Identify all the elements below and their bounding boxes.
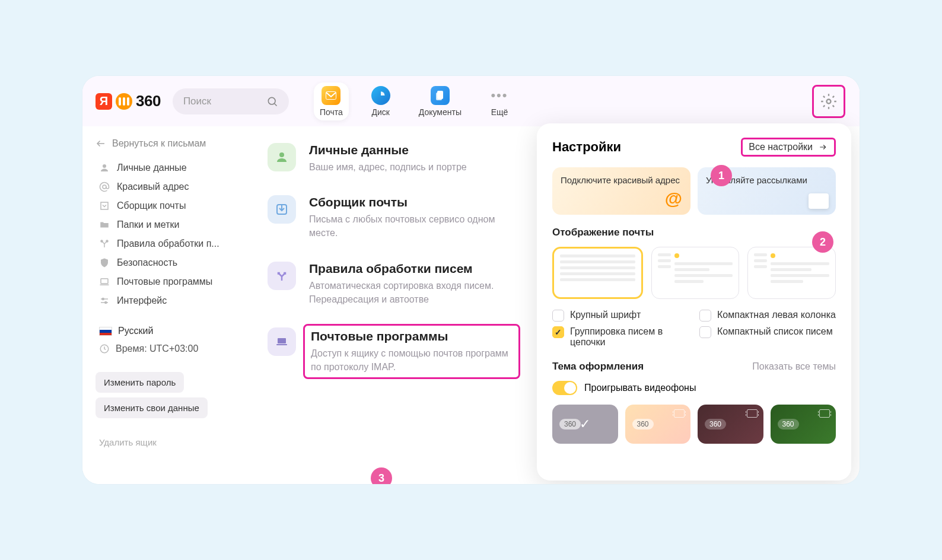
- mail-clients-highlight: Почтовые программы Доступ к ящику с помо…: [303, 324, 520, 379]
- card-desc: Доступ к ящику с помощью почтов программ…: [311, 346, 513, 374]
- person-icon: [99, 163, 110, 173]
- sidebar-item-rules[interactable]: Правила обработки п...: [96, 234, 241, 253]
- change-data-button[interactable]: Изменить свои данные: [96, 397, 208, 418]
- service-mail[interactable]: Почта: [314, 82, 349, 120]
- search-input[interactable]: Поиск: [173, 88, 289, 114]
- service-label: Документы: [419, 107, 462, 117]
- back-label: Вернуться к письмам: [112, 138, 206, 149]
- timezone-label: Время: UTC+03:00: [116, 343, 198, 354]
- sidebar-label: Безопасность: [117, 257, 177, 268]
- layout-option-1[interactable]: [552, 247, 643, 299]
- layout-option-3[interactable]: [747, 247, 836, 299]
- svg-point-8: [103, 185, 106, 189]
- all-settings-link[interactable]: Все настройки: [741, 138, 836, 157]
- svg-point-0: [268, 97, 275, 104]
- check-label: Группировка писем в цепочки: [570, 326, 689, 348]
- settings-popover: Настройки Все настройки Подключите краси…: [537, 123, 851, 481]
- person-icon: [268, 143, 296, 171]
- card-desc: Автоматическая сортировка входя писем. П…: [309, 279, 511, 306]
- language-selector[interactable]: Русский: [96, 322, 241, 340]
- card-title: Почтовые программы: [311, 329, 513, 343]
- check-large-font[interactable]: Крупный шрифт: [552, 310, 689, 322]
- search-placeholder: Поиск: [183, 96, 211, 107]
- mail-icon: [322, 86, 340, 105]
- svg-line-1: [275, 103, 277, 106]
- service-disk[interactable]: Диск: [365, 82, 396, 120]
- show-all-themes-link[interactable]: Показать все темы: [752, 361, 836, 372]
- svg-point-18: [279, 152, 284, 157]
- logo-o-icon: [116, 93, 132, 110]
- service-more[interactable]: ••• Ещё: [484, 82, 515, 120]
- checkbox-icon: [699, 326, 711, 338]
- sidebar-item-interface[interactable]: Интерфейс: [96, 291, 241, 310]
- card-title: Правила обработки писем: [309, 262, 511, 276]
- laptop-icon: [99, 276, 110, 287]
- logo[interactable]: Я 360: [96, 92, 161, 110]
- service-switcher: Почта Диск Документы ••• Ещё: [314, 82, 515, 120]
- theme-option-1[interactable]: 360 ✓: [552, 405, 618, 444]
- video-backgrounds-toggle[interactable]: Проигрывать видеофоны: [552, 381, 836, 395]
- theme-tag: 360: [559, 419, 581, 429]
- svg-point-9: [101, 240, 103, 242]
- at-icon: [99, 182, 110, 192]
- toggle-label: Проигрывать видеофоны: [584, 383, 696, 393]
- clock-icon: [99, 343, 110, 354]
- settings-sidebar: Вернуться к письмам Личные данные Красив…: [82, 126, 244, 484]
- header-bar: Я 360 Поиск Почта Диск: [82, 76, 860, 126]
- back-to-mail[interactable]: Вернуться к письмам: [96, 138, 241, 149]
- arrow-left-icon: [96, 138, 106, 149]
- svg-rect-22: [276, 344, 287, 345]
- annotation-badge-2: 2: [812, 231, 833, 253]
- check-group-threads[interactable]: ✓ Группировка писем в цепочки: [552, 326, 689, 348]
- theme-tag: 360: [705, 419, 726, 429]
- delete-mailbox-link[interactable]: Удалить ящик: [96, 437, 241, 447]
- service-label: Ещё: [491, 107, 508, 117]
- film-icon: [819, 409, 830, 418]
- inbox-icon: [99, 201, 110, 211]
- film-icon: [674, 409, 685, 418]
- sidebar-label: Правила обработки п...: [117, 238, 219, 249]
- sidebar-label: Личные данные: [117, 163, 187, 173]
- at-decoration-icon: @: [665, 187, 682, 210]
- service-documents[interactable]: Документы: [413, 82, 467, 120]
- section-display-title: Отображение почты: [552, 227, 836, 238]
- toggle-on-icon: [552, 381, 577, 395]
- card-title: Личные данные: [309, 143, 467, 157]
- layout-option-2[interactable]: [651, 247, 740, 299]
- theme-option-2[interactable]: 360: [625, 405, 691, 444]
- shield-icon: [99, 257, 110, 268]
- theme-option-3[interactable]: 360: [698, 405, 763, 444]
- logo-text: 360: [136, 92, 161, 110]
- checkbox-checked-icon: ✓: [552, 326, 564, 338]
- language-label: Русский: [118, 326, 153, 336]
- annotation-badge-3: 3: [371, 467, 392, 484]
- svg-rect-11: [101, 279, 108, 284]
- disk-icon: [371, 86, 390, 105]
- sidebar-item-mail-clients[interactable]: Почтовые программы: [96, 272, 241, 291]
- sidebar-item-folders[interactable]: Папки и метки: [96, 215, 241, 234]
- sidebar-item-personal[interactable]: Личные данные: [96, 158, 241, 177]
- check-compact-left[interactable]: Компактная левая колонка: [699, 310, 836, 322]
- timezone-row[interactable]: Время: UTC+03:00: [96, 340, 241, 358]
- check-compact-list[interactable]: Компактный список писем: [699, 326, 836, 348]
- promo-label: Подключите красивый адрес: [561, 175, 680, 185]
- folder-icon: [99, 219, 110, 230]
- sidebar-item-security[interactable]: Безопасность: [96, 253, 241, 272]
- search-icon: [266, 96, 278, 107]
- documents-icon: [431, 86, 450, 105]
- sidebar-label: Интерфейс: [117, 295, 167, 306]
- more-icon: •••: [490, 86, 509, 105]
- sliders-icon: [99, 295, 110, 306]
- settings-button[interactable]: [820, 93, 837, 110]
- change-password-button[interactable]: Изменить пароль: [96, 372, 184, 393]
- envelope-decoration-icon: [809, 193, 829, 209]
- sidebar-item-collector[interactable]: Сборщик почты: [96, 196, 241, 215]
- promo-pretty-address[interactable]: Подключите красивый адрес @: [552, 167, 690, 215]
- theme-option-4[interactable]: 360: [771, 405, 836, 444]
- theme-tag: 360: [632, 419, 654, 429]
- app-window: Я 360 Поиск Почта Диск: [82, 76, 860, 484]
- arrow-right-icon: [817, 143, 828, 151]
- sidebar-item-address[interactable]: Красивый адрес: [96, 177, 241, 196]
- section-theme-title: Тема оформления: [552, 361, 644, 373]
- popover-title: Настройки: [552, 139, 621, 155]
